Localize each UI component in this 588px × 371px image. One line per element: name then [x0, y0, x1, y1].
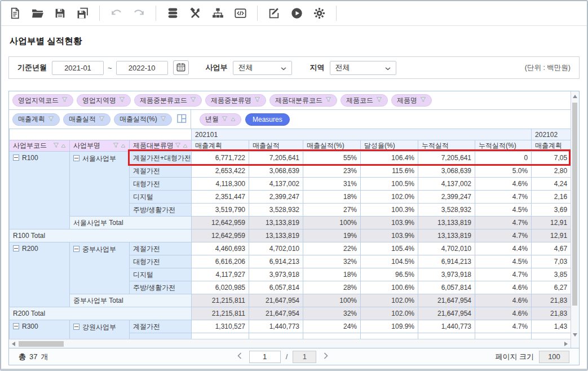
sort-icon[interactable]	[183, 142, 188, 150]
filter-icon[interactable]	[190, 96, 196, 104]
total-value-cell: 12,642,959	[192, 217, 249, 229]
filter-icon[interactable]	[325, 96, 331, 104]
measure-column-header[interactable]: 매출실적	[249, 140, 303, 152]
open-folder-button[interactable]	[30, 6, 45, 20]
filter-icon[interactable]	[222, 116, 228, 123]
measure-column-header[interactable]: 달성율(%)	[361, 140, 418, 152]
period-from-input[interactable]	[52, 61, 104, 75]
filter-icon[interactable]	[119, 96, 125, 104]
total-value-cell: 21,647,954	[418, 307, 475, 320]
sort-icon[interactable]	[121, 142, 126, 150]
gear-button[interactable]	[312, 6, 326, 20]
filter-icon[interactable]	[48, 116, 54, 123]
play-button[interactable]	[290, 6, 304, 20]
collapse-icon[interactable]	[73, 155, 79, 161]
value-cell: 100.6%	[361, 281, 418, 294]
filter-icon[interactable]	[99, 116, 105, 123]
filter-icon[interactable]	[376, 96, 382, 104]
vertical-scrollbar[interactable]	[571, 91, 579, 348]
measure-column-header[interactable]: 누적실적(%)	[475, 140, 532, 152]
value-cell: 6,616,206	[192, 255, 249, 268]
value-cell: 4,702,010	[418, 242, 475, 255]
measure-column-header[interactable]: 누적실적	[418, 140, 475, 152]
measure-chip[interactable]: 매출실적	[63, 113, 110, 126]
sort-icon[interactable]	[61, 142, 66, 150]
vertical-scroll-thumb[interactable]	[572, 103, 577, 306]
filter-icon[interactable]	[420, 96, 426, 104]
scroll-right-arrow-icon[interactable]	[564, 342, 568, 346]
value-cell: 100.5%	[361, 178, 418, 191]
period-to-input[interactable]	[116, 61, 168, 75]
row-header[interactable]: 사업부코드	[10, 140, 70, 152]
period-tilde: ~	[108, 64, 112, 72]
database-button[interactable]	[166, 6, 180, 20]
page-navigation: / 1	[9, 348, 556, 365]
filter-icon[interactable]	[61, 96, 68, 104]
total-row: 중부사업부 Total21,215,81121,647,954100%102.0…	[10, 294, 571, 307]
new-document-button[interactable]	[8, 6, 22, 20]
division-code-cell: R300	[10, 320, 70, 339]
horizontal-scrollbar[interactable]	[9, 339, 571, 348]
filter-icon[interactable]	[160, 116, 166, 123]
scroll-down-arrow-icon[interactable]	[573, 333, 577, 337]
region-select[interactable]: 전체	[330, 61, 396, 75]
collapse-icon[interactable]	[13, 154, 19, 161]
category-cell: 주방/생활가전	[130, 204, 192, 217]
collapse-icon[interactable]	[13, 245, 19, 251]
value-cell: 3,068,639	[249, 165, 303, 178]
edit-button[interactable]	[267, 6, 281, 20]
division-select[interactable]: 전체	[233, 61, 292, 75]
period-group-row: 202101202102	[10, 129, 571, 140]
collapse-icon[interactable]	[73, 246, 79, 252]
horizontal-scroll-thumb[interactable]	[19, 341, 64, 347]
tools-button[interactable]	[188, 6, 202, 20]
total-label-cell: 서울사업부 Total	[70, 217, 192, 229]
database-icon	[166, 7, 179, 20]
column-chip[interactable]: 제품중분류코드	[134, 94, 202, 107]
measure-chips-area: 매출계획매출실적매출실적(%)	[9, 110, 191, 129]
prev-page-button[interactable]	[235, 352, 244, 361]
column-chip[interactable]: 영업지역코드	[12, 94, 73, 107]
collapse-icon[interactable]	[13, 323, 19, 329]
scroll-left-arrow-icon[interactable]	[12, 342, 15, 346]
code-button[interactable]	[233, 6, 247, 20]
edit-icon	[268, 7, 281, 20]
column-chip[interactable]: 제품중분류명	[205, 94, 266, 107]
row-axis-chip-label: 년월	[205, 114, 219, 124]
filter-icon[interactable]	[254, 96, 260, 104]
redo-button[interactable]	[132, 6, 146, 20]
total-value-cell: 13,133,819	[249, 229, 303, 242]
collapse-icon[interactable]	[73, 324, 79, 330]
column-chip[interactable]: 제품대분류코드	[269, 94, 337, 107]
row-header[interactable]: 제품대분류명	[130, 140, 192, 152]
measure-column-header[interactable]: 매출계획	[532, 140, 571, 152]
value-cell: 18%	[303, 268, 361, 281]
scroll-up-arrow-icon[interactable]	[573, 95, 577, 98]
sort-icon[interactable]	[231, 116, 236, 123]
total-value-cell: 102.0%	[361, 307, 418, 320]
measure-column-header[interactable]: 매출계획	[192, 140, 249, 152]
row-axis-chip[interactable]: 년월	[200, 113, 241, 126]
save-button[interactable]	[53, 6, 67, 20]
calendar-button[interactable]	[173, 60, 189, 75]
table-head: 202101202102사업부코드사업부명제품대분류명매출계획매출실적매출실적(…	[10, 129, 571, 152]
column-chip[interactable]: 제품명	[391, 94, 432, 107]
filter-icon[interactable]	[53, 142, 59, 150]
filter-icon[interactable]	[113, 142, 119, 150]
page-number-input[interactable]	[249, 351, 281, 363]
split-view-button[interactable]	[176, 114, 187, 125]
column-chip[interactable]: 제품코드	[341, 94, 388, 107]
sitemap-button[interactable]	[211, 6, 225, 20]
filter-icon[interactable]	[175, 142, 181, 150]
measure-chip[interactable]: 매출실적(%)	[114, 113, 172, 126]
column-chip[interactable]: 영업지역명	[77, 94, 131, 107]
value-cell: 104.5%	[361, 255, 418, 268]
measure-chip[interactable]: 매출계획	[12, 113, 60, 126]
next-page-button[interactable]	[321, 352, 330, 361]
measures-button[interactable]: Measures	[245, 113, 290, 126]
measure-column-header[interactable]: 매출실적(%)	[303, 140, 361, 152]
row-header[interactable]: 사업부명	[70, 140, 130, 152]
undo-button[interactable]	[109, 6, 123, 20]
chip-label: 영업지역코드	[18, 96, 59, 105]
save-all-button[interactable]	[76, 6, 90, 20]
